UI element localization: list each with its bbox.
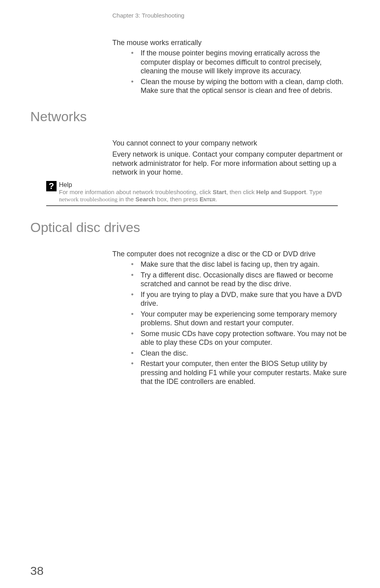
mouse-bullet-list: If the mouse pointer begins moving errat…	[129, 49, 350, 95]
help-text-frag: For more information about network troub…	[59, 189, 213, 195]
list-item: Try a different disc. Occasionally discs…	[129, 271, 350, 289]
list-item: Restart your computer, then enter the BI…	[129, 359, 350, 386]
mouse-section-title: The mouse works erratically	[112, 39, 350, 47]
networks-paragraph: Every network is unique. Contact your co…	[112, 150, 350, 177]
help-text-frag: box, then press	[155, 196, 200, 203]
help-divider	[46, 205, 338, 206]
help-text: For more information about network troub…	[59, 189, 322, 203]
networks-heading: Networks	[30, 109, 350, 124]
optical-subtitle: The computer does not recognize a disc o…	[112, 250, 350, 259]
help-callout: ? Help For more information about networ…	[46, 181, 338, 203]
chapter-header: Chapter 3: Troubleshooting	[112, 12, 350, 19]
help-keyword: network troubleshooting	[59, 196, 118, 203]
help-hns-bold: Help and Support	[256, 189, 306, 195]
help-text-frag: . Type	[306, 189, 322, 195]
list-item: Make sure that the disc label is facing …	[129, 260, 350, 269]
optical-heading: Optical disc drives	[30, 220, 350, 235]
help-text-frag: .	[215, 196, 217, 203]
help-search-bold: Search	[135, 196, 155, 203]
help-start-bold: Start	[213, 189, 226, 195]
list-item: Your computer may be experiencing some t…	[129, 310, 350, 328]
page-number: 38	[30, 564, 43, 578]
help-text-wrap: Help For more information about network …	[59, 181, 338, 203]
list-item: Clean the mouse by wiping the bottom wit…	[129, 77, 350, 95]
list-item: If you are trying to play a DVD, make su…	[129, 290, 350, 308]
help-icon: ?	[46, 181, 57, 191]
networks-subtitle: You cannot connect to your company netwo…	[112, 139, 350, 148]
help-text-frag: , then click	[226, 189, 256, 195]
list-item: Some music CDs have copy protection soft…	[129, 329, 350, 347]
list-item: If the mouse pointer begins moving errat…	[129, 49, 350, 76]
help-label: Help	[59, 181, 72, 188]
help-enter-key: Enter	[200, 196, 215, 203]
help-text-frag: in the	[118, 196, 135, 203]
list-item: Clean the disc.	[129, 349, 350, 358]
help-content: ? Help For more information about networ…	[46, 181, 338, 203]
optical-bullet-list: Make sure that the disc label is facing …	[129, 260, 350, 386]
